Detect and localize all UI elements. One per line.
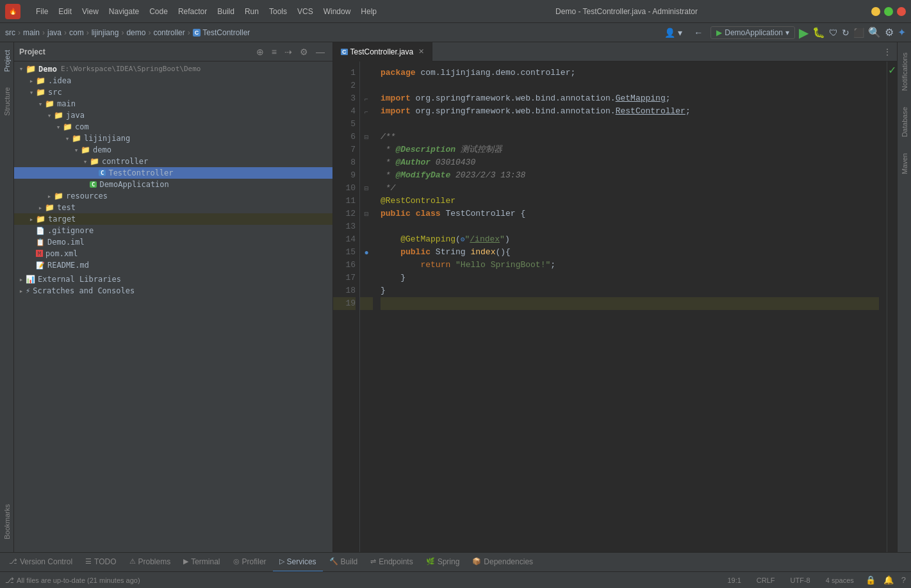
charset[interactable]: UTF-8 <box>787 575 814 585</box>
settings-button[interactable]: ⚙ <box>885 26 894 38</box>
tree-item-readme[interactable]: 📝 README.md <box>14 259 332 271</box>
breadcrumb-src[interactable]: src <box>5 28 15 37</box>
tree-item-main[interactable]: 📁 main <box>14 98 332 110</box>
navigate-back-button[interactable]: ← <box>690 26 707 40</box>
tree-item-demo-root[interactable]: 📁 Demo E:\Workspace\IDEA\SpringBoot\Demo <box>14 63 332 75</box>
tree-item-src[interactable]: 📁 src <box>14 86 332 98</box>
bottom-tab-problems[interactable]: ⚠ Problems <box>123 553 177 572</box>
run-button[interactable]: ▶ <box>799 25 808 40</box>
close-button[interactable]: ✕ <box>897 7 906 16</box>
tree-item-scratches[interactable]: ⚡ Scratches and Consoles <box>14 285 332 297</box>
tree-item-external-libraries[interactable]: 📊 External Libraries <box>14 274 332 285</box>
bottom-tab-profiler[interactable]: ◎ Profiler <box>227 553 273 572</box>
bottom-tab-todo[interactable]: ☰ TODO <box>79 553 122 572</box>
bottom-tab-build[interactable]: 🔨 Build <box>323 553 365 572</box>
debug-button[interactable]: 🐛 <box>812 26 825 38</box>
breadcrumb-lijinjiang[interactable]: lijinjiang <box>92 28 119 37</box>
main-label: main <box>57 99 76 108</box>
breadcrumb-controller[interactable]: controller <box>153 28 185 37</box>
search-button[interactable]: 🔍 <box>868 26 881 38</box>
jetbrains-button[interactable]: ✦ <box>898 26 906 38</box>
file-icon-pom: 🅼 <box>36 250 43 258</box>
help-icon[interactable]: ? <box>901 575 906 585</box>
menu-navigate[interactable]: Navigate <box>104 4 144 19</box>
notification-icon[interactable]: 🔔 <box>883 575 894 585</box>
gitignore-label: .gitignore <box>47 226 94 235</box>
profiler-button[interactable]: ↻ <box>842 28 849 38</box>
close-panel-icon[interactable]: — <box>313 45 327 58</box>
bottom-tab-version-control[interactable]: ⎇ Version Control <box>3 553 79 572</box>
collapse-all-icon[interactable]: ≡ <box>269 45 279 58</box>
menu-refactor[interactable]: Refactor <box>173 4 212 19</box>
fold-icon-3[interactable]: ⌐ <box>360 92 373 105</box>
code-editor[interactable]: 1 2 3 4 5 6 7 8 9 10 11 12 13 14 15 16 1 <box>333 61 897 552</box>
tree-item-lijinjiang[interactable]: 📁 lijinjiang <box>14 133 332 144</box>
maximize-button[interactable]: □ <box>884 7 893 16</box>
add-icon[interactable]: ⊕ <box>254 45 267 58</box>
tree-item-java[interactable]: 📁 java <box>14 110 332 121</box>
bottom-tab-spring[interactable]: 🌿 Spring <box>420 553 466 572</box>
tree-item-demo[interactable]: 📁 demo <box>14 144 332 156</box>
notifications-tab[interactable]: Notifications <box>899 45 910 99</box>
maven-tab[interactable]: Maven <box>899 145 910 182</box>
menu-edit[interactable]: Edit <box>53 4 77 19</box>
code-content[interactable]: package com.lijinjiang.demo.controller; … <box>373 61 887 552</box>
stop-button[interactable]: ⬛ <box>853 28 864 38</box>
breadcrumb-com[interactable]: com <box>69 28 84 37</box>
structure-tab[interactable]: Structure <box>1 79 13 124</box>
tree-item-test[interactable]: 📁 test <box>14 202 332 213</box>
menu-file[interactable]: File <box>31 4 53 19</box>
indent[interactable]: 4 spaces <box>822 575 858 585</box>
bottom-tab-services[interactable]: ▷ Services <box>273 553 323 572</box>
tree-item-idea[interactable]: 📁 .idea <box>14 75 332 86</box>
tree-item-demoitml[interactable]: 📋 Demo.iml <box>14 236 332 248</box>
tree-item-testcontroller[interactable]: C TestController <box>14 167 332 179</box>
tabs-more-button[interactable]: ⋮ <box>878 47 897 57</box>
tree-arrow-com <box>54 123 63 131</box>
code-line-17: } <box>381 272 879 284</box>
menu-code[interactable]: Code <box>144 4 173 19</box>
menu-run[interactable]: Run <box>240 4 264 19</box>
tree-item-pomxml[interactable]: 🅼 pom.xml <box>14 248 332 259</box>
cursor-position[interactable]: 19:1 <box>723 575 744 585</box>
project-tab[interactable]: Project <box>1 42 13 79</box>
minimize-button[interactable]: — <box>871 7 880 16</box>
code-line-4: import org.springframework.web.bind.anno… <box>381 105 879 118</box>
breadcrumb-demo[interactable]: demo <box>126 28 145 37</box>
gutter: ⌐ ⌐ ⊟ ⊟ ⊟ ● <box>360 61 373 552</box>
bottom-tab-dependencies[interactable]: 📦 Dependencies <box>466 553 539 572</box>
database-tab[interactable]: Database <box>899 99 910 145</box>
tab-close-button[interactable]: ✕ <box>418 47 424 56</box>
fold-icon-6[interactable]: ⊟ <box>360 131 373 143</box>
menu-view[interactable]: View <box>77 4 104 19</box>
tree-item-controller[interactable]: 📁 controller <box>14 156 332 167</box>
breadcrumb-java[interactable]: java <box>47 28 62 37</box>
bookmarks-tab[interactable]: Bookmarks <box>1 496 13 547</box>
menu-vcs[interactable]: VCS <box>292 4 318 19</box>
tree-item-com[interactable]: 📁 com <box>14 121 332 133</box>
tree-item-resources[interactable]: 📁 resources <box>14 190 332 202</box>
folder-icon-main: 📁 <box>45 99 54 108</box>
fold-icon-4[interactable]: ⌐ <box>360 105 373 118</box>
menu-build[interactable]: Build <box>212 4 240 19</box>
tree-item-demoapplication[interactable]: C DemoApplication <box>14 179 332 190</box>
breadcrumb-class[interactable]: C TestController <box>193 28 250 37</box>
demoitml-label: Demo.iml <box>47 238 85 247</box>
tree-item-gitignore[interactable]: 📄 .gitignore <box>14 225 332 236</box>
breadcrumb-main[interactable]: main <box>23 28 40 37</box>
menu-window[interactable]: Window <box>318 4 356 19</box>
editor-tab-testcontroller[interactable]: C TestController.java ✕ <box>333 42 432 61</box>
menu-tools[interactable]: Tools <box>264 4 292 19</box>
line-endings[interactable]: CRLF <box>753 575 779 585</box>
menu-help[interactable]: Help <box>356 4 382 19</box>
test-label: test <box>57 203 76 212</box>
coverage-button[interactable]: 🛡 <box>829 28 838 38</box>
tree-item-target[interactable]: 📁 target <box>14 213 332 225</box>
gear-icon[interactable]: ⚙ <box>297 45 311 58</box>
bottom-tab-terminal[interactable]: ▶ Terminal <box>177 553 226 572</box>
endpoints-label: Endpoints <box>379 557 413 566</box>
scroll-from-source-icon[interactable]: ⇢ <box>282 45 295 58</box>
user-button[interactable]: 👤 ▾ <box>661 26 686 40</box>
bottom-tab-endpoints[interactable]: ⇌ Endpoints <box>364 553 419 572</box>
run-config-dropdown[interactable]: ▶ DemoApplication ▾ <box>710 26 795 39</box>
